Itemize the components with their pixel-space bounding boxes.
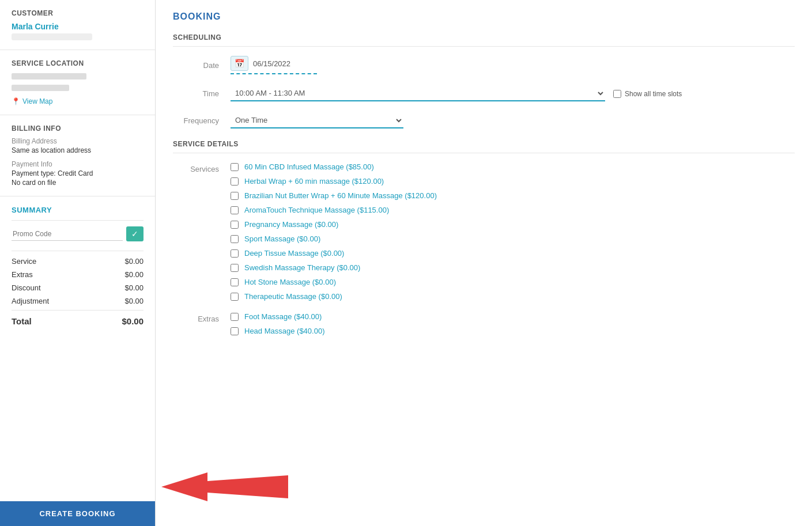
billing-address-label: Billing Address (12, 137, 143, 145)
no-card-value: No card on file (12, 179, 143, 187)
service-checkbox-4[interactable] (231, 221, 239, 229)
summary-divider-2 (12, 251, 143, 251)
total-value: $0.00 (122, 316, 143, 326)
payment-type-value: Payment type: Credit Card (12, 169, 143, 177)
billing-info-title: BILLING INFO (12, 124, 143, 133)
show-all-slots-text: Show all time slots (625, 90, 682, 98)
service-checkbox-7[interactable] (231, 264, 239, 272)
customer-email-blurred (12, 33, 92, 40)
total-row: Total $0.00 (12, 316, 143, 326)
list-item: Herbal Wrap + 60 min massage ($120.00) (231, 177, 795, 186)
summary-title: SUMMARY (12, 206, 143, 214)
create-booking-button[interactable]: CREATE BOOKING (0, 501, 155, 526)
service-name-0: 60 Min CBD Infused Massage ($85.00) (244, 162, 374, 171)
sidebar-bottom: CREATE BOOKING (0, 501, 155, 526)
calendar-icon[interactable]: 📅 (231, 56, 248, 71)
services-form-row: Services 60 Min CBD Infused Massage ($85… (173, 162, 795, 306)
promo-code-input[interactable] (12, 228, 123, 241)
red-arrow-container (161, 470, 288, 506)
date-field[interactable]: 📅 06/15/2022 (231, 56, 317, 74)
date-field-label: Date (173, 61, 219, 70)
view-map-label: View Map (22, 97, 52, 105)
promo-apply-button[interactable]: ✓ (126, 226, 143, 241)
summary-divider (12, 220, 143, 221)
service-checkbox-0[interactable] (231, 163, 239, 171)
billing-info-section: BILLING INFO Billing Address Same as loc… (0, 115, 155, 196)
date-row: Date 📅 06/15/2022 (173, 56, 795, 74)
extra-checkbox-0[interactable] (231, 313, 239, 321)
billing-address-value: Same as location address (12, 146, 143, 154)
service-location-address-blurred (12, 73, 86, 80)
frequency-select[interactable]: One Time (231, 113, 403, 128)
time-field-label: Time (173, 89, 219, 98)
discount-label: Discount (12, 283, 41, 292)
date-value: 06/15/2022 (253, 59, 290, 68)
service-name-1: Herbal Wrap + 60 min massage ($120.00) (244, 177, 384, 186)
service-name-6: Deep Tissue Massage ($0.00) (244, 249, 344, 258)
service-row: Service $0.00 (12, 257, 143, 266)
time-row: Time 10:00 AM - 11:30 AM Show all time s… (173, 86, 795, 101)
adjustment-label: Adjustment (12, 297, 49, 305)
extras-row: Extras $0.00 (12, 270, 143, 279)
extra-checkbox-1[interactable] (231, 327, 239, 335)
service-checkbox-8[interactable] (231, 278, 239, 286)
view-map-link[interactable]: 📍 View Map (12, 97, 143, 105)
promo-row: ✓ (12, 226, 143, 241)
sidebar: CUSTOMER Marla Currie SERVICE LOCATION 📍… (0, 0, 156, 526)
list-item: AromaTouch Technique Massage ($115.00) (231, 206, 795, 214)
customer-section-title: CUSTOMER (12, 9, 143, 17)
red-arrow (161, 470, 288, 504)
service-value: $0.00 (124, 257, 143, 266)
service-name-2: Brazilian Nut Butter Wrap + 60 Minute Ma… (244, 191, 437, 200)
customer-name[interactable]: Marla Currie (12, 22, 143, 31)
service-name-9: Therapeutic Massage ($0.00) (244, 292, 342, 301)
adjustment-row: Adjustment $0.00 (12, 297, 143, 305)
service-name-5: Sport Massage ($0.00) (244, 234, 320, 243)
frequency-row: Frequency One Time (173, 113, 795, 128)
extras-field-label: Extras (173, 312, 219, 323)
service-location-title: SERVICE LOCATION (12, 59, 143, 67)
summary-section: SUMMARY ✓ Service $0.00 Extras $0.00 Dis… (0, 196, 155, 501)
service-name-8: Hot Stone Massage ($0.00) (244, 278, 336, 286)
discount-row: Discount $0.00 (12, 283, 143, 292)
service-checkbox-6[interactable] (231, 249, 239, 258)
list-item: Brazilian Nut Butter Wrap + 60 Minute Ma… (231, 191, 795, 200)
svg-marker-0 (161, 472, 288, 501)
services-list: 60 Min CBD Infused Massage ($85.00) Herb… (231, 162, 795, 306)
customer-section: CUSTOMER Marla Currie (0, 0, 155, 50)
show-all-slots-label: Show all time slots (613, 90, 682, 98)
service-checkbox-9[interactable] (231, 293, 239, 301)
list-item: 60 Min CBD Infused Massage ($85.00) (231, 162, 795, 171)
service-checkbox-3[interactable] (231, 206, 239, 214)
frequency-field-label: Frequency (173, 116, 219, 125)
service-location-section: SERVICE LOCATION 📍 View Map (0, 50, 155, 115)
service-name-3: AromaTouch Technique Massage ($115.00) (244, 206, 389, 214)
time-select[interactable]: 10:00 AM - 11:30 AM (231, 86, 605, 101)
list-item: Therapeutic Massage ($0.00) (231, 292, 795, 301)
list-item: Swedish Massage Therapy ($0.00) (231, 263, 795, 272)
extra-name-1: Head Massage ($40.00) (244, 327, 324, 335)
adjustment-value: $0.00 (124, 297, 143, 305)
service-details-label: SERVICE DETAILS (173, 140, 795, 153)
checkmark-icon: ✓ (131, 229, 138, 239)
service-location-address2-blurred (12, 85, 69, 91)
service-checkbox-1[interactable] (231, 177, 239, 186)
show-all-slots-checkbox[interactable] (613, 90, 621, 98)
list-item: Sport Massage ($0.00) (231, 234, 795, 243)
list-item: Pregnancy Massage ($0.00) (231, 220, 795, 229)
extras-label: Extras (12, 270, 33, 279)
scheduling-label: SCHEDULING (173, 33, 795, 47)
map-pin-icon: 📍 (12, 97, 20, 105)
total-label: Total (12, 316, 32, 326)
service-name-4: Pregnancy Massage ($0.00) (244, 220, 338, 229)
extra-name-0: Foot Massage ($40.00) (244, 312, 322, 321)
service-checkbox-2[interactable] (231, 192, 239, 200)
extras-form-row: Extras Foot Massage ($40.00) Head Massag… (173, 312, 795, 341)
discount-value: $0.00 (124, 283, 143, 292)
list-item: Foot Massage ($40.00) (231, 312, 795, 321)
service-details-section: SERVICE DETAILS Services 60 Min CBD Infu… (173, 140, 795, 341)
service-checkbox-5[interactable] (231, 235, 239, 243)
service-name-7: Swedish Massage Therapy ($0.00) (244, 263, 360, 272)
list-item: Head Massage ($40.00) (231, 327, 795, 335)
extras-list: Foot Massage ($40.00) Head Massage ($40.… (231, 312, 795, 341)
